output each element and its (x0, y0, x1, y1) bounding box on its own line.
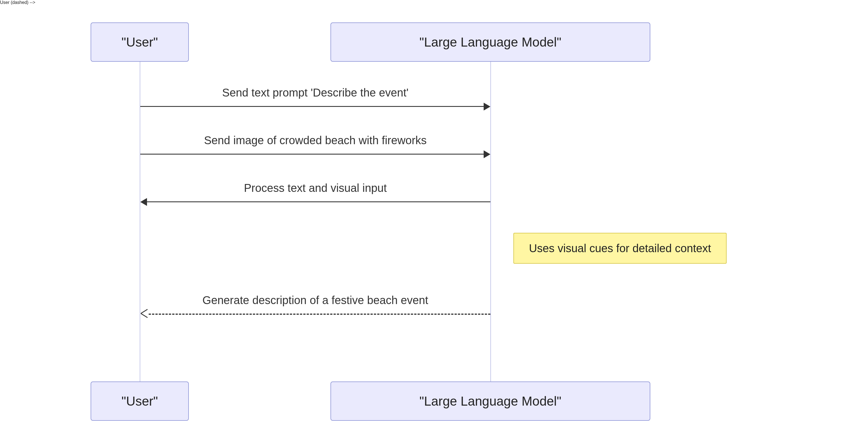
message-2-label: Send image of crowded beach with firewor… (140, 134, 490, 147)
message-3-arrow (147, 201, 490, 202)
message-4-arrowhead (141, 310, 148, 318)
message-4-arrow (149, 314, 490, 315)
message-3-arrowhead (140, 198, 147, 206)
actor-user-top: "User" (91, 23, 189, 62)
note-text: Uses visual cues for detailed context (529, 242, 711, 255)
actor-llm-bottom: "Large Language Model" (331, 381, 650, 421)
note-visual-cues: Uses visual cues for detailed context (514, 233, 726, 264)
message-4-label: Generate description of a festive beach … (140, 294, 490, 307)
sequence-diagram: "User" "Large Language Model" "User" "La… (0, 0, 868, 446)
actor-user-bottom: "User" (91, 381, 189, 421)
message-1-arrowhead (484, 103, 490, 110)
actor-llm-label: "Large Language Model" (420, 34, 561, 50)
lifeline-llm (490, 62, 491, 381)
message-1-arrow (140, 106, 484, 107)
message-3-label: Process text and visual input (140, 182, 490, 194)
actor-llm-top: "Large Language Model" (331, 23, 650, 62)
actor-llm-label-bottom: "Large Language Model" (420, 393, 561, 409)
message-2-arrow (140, 154, 484, 155)
actor-user-label: "User" (122, 34, 158, 50)
actor-user-label-bottom: "User" (122, 393, 158, 409)
message-1-label: Send text prompt 'Describe the event' (140, 86, 490, 99)
lifeline-user (140, 62, 140, 381)
message-2-arrowhead (484, 150, 490, 158)
